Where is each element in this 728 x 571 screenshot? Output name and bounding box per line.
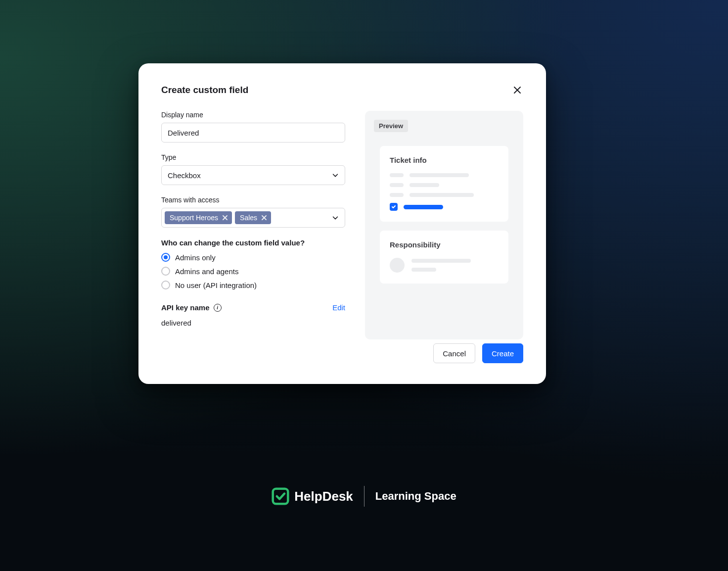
helpdesk-logo-icon — [272, 487, 289, 505]
type-group: Type Checkbox — [161, 153, 345, 185]
radio-indicator — [161, 281, 170, 289]
teams-tags: Support Heroes Sales — [165, 211, 329, 224]
brand-name: HelpDesk — [294, 489, 353, 504]
edit-api-key-link[interactable]: Edit — [332, 303, 345, 312]
create-button[interactable]: Create — [482, 343, 523, 363]
brand-divider — [364, 486, 364, 507]
preview-panel: Preview Ticket info Responsibility — [365, 111, 523, 339]
modal-header: Create custom field — [161, 84, 523, 96]
radio-no-user[interactable]: No user (API integration) — [161, 281, 345, 289]
cancel-button[interactable]: Cancel — [433, 343, 475, 363]
close-button[interactable] — [511, 84, 523, 96]
display-name-input[interactable] — [161, 123, 345, 143]
radio-admins-agents[interactable]: Admins and agents — [161, 267, 345, 276]
remove-tag-icon[interactable] — [261, 215, 267, 221]
avatar-skeleton — [390, 258, 405, 273]
display-name-group: Display name — [161, 111, 345, 143]
responsibility-card: Responsibility — [380, 231, 508, 284]
form-column: Display name Type Checkbox Teams with ac… — [161, 111, 345, 343]
permissions-heading: Who can change the custom field value? — [161, 238, 345, 247]
api-key-value: delivered — [161, 319, 345, 327]
permissions-section: Who can change the custom field value? A… — [161, 238, 345, 289]
create-custom-field-modal: Create custom field Display name Type Ch… — [138, 63, 546, 384]
radio-label: Admins only — [175, 253, 216, 262]
checkbox-preview-icon — [390, 203, 398, 211]
radio-admins-only[interactable]: Admins only — [161, 253, 345, 262]
brand-subtitle: Learning Space — [375, 490, 456, 503]
brand-logo: HelpDesk — [272, 487, 353, 505]
teams-group: Teams with access Support Heroes Sales — [161, 196, 345, 228]
team-tag-label: Sales — [240, 214, 257, 222]
info-icon[interactable]: i — [214, 304, 222, 312]
team-tag: Sales — [235, 211, 271, 224]
display-name-label: Display name — [161, 111, 345, 119]
svg-rect-6 — [273, 489, 288, 504]
chevron-down-icon — [332, 214, 339, 221]
brand-footer: HelpDesk Learning Space — [0, 486, 728, 507]
modal-title: Create custom field — [161, 85, 248, 95]
team-tag-label: Support Heroes — [170, 214, 218, 222]
responsibility-title: Responsibility — [390, 240, 499, 249]
radio-label: No user (API integration) — [175, 281, 257, 289]
radio-indicator — [161, 267, 170, 276]
modal-footer: Cancel Create — [161, 343, 523, 363]
radio-indicator — [161, 253, 170, 262]
preview-column: Preview Ticket info Responsibility — [365, 111, 523, 343]
ticket-info-title: Ticket info — [390, 156, 499, 164]
type-select[interactable]: Checkbox — [161, 165, 345, 185]
type-value: Checkbox — [168, 171, 201, 180]
team-tag: Support Heroes — [165, 211, 232, 224]
ticket-info-card: Ticket info — [380, 146, 508, 222]
teams-select[interactable]: Support Heroes Sales — [161, 208, 345, 228]
api-key-row: API key name i Edit — [161, 303, 345, 312]
close-icon — [513, 86, 521, 94]
preview-badge: Preview — [374, 120, 408, 132]
teams-label: Teams with access — [161, 196, 345, 204]
api-key-label: API key name — [161, 303, 210, 312]
chevron-down-icon — [332, 172, 339, 179]
type-label: Type — [161, 153, 345, 161]
radio-label: Admins and agents — [175, 267, 238, 276]
remove-tag-icon[interactable] — [222, 215, 228, 221]
